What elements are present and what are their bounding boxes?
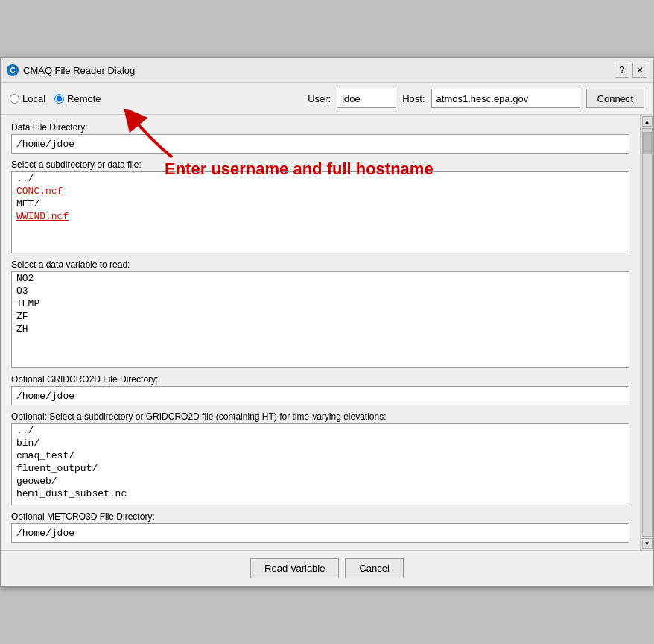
metcro-section: Optional METCRO3D File Directory:: [11, 511, 629, 543]
content-area: Enter username and full hostname Data Fi…: [1, 115, 640, 550]
app-icon: C: [7, 64, 19, 76]
list-item[interactable]: WWIND.ncf: [12, 210, 629, 223]
list-item[interactable]: hemi_dust_subset.nc: [12, 487, 629, 500]
metcro-label: Optional METCRO3D File Directory:: [11, 511, 629, 522]
title-bar-controls: ? ✕: [615, 63, 647, 78]
scroll-up-button[interactable]: ▲: [642, 116, 653, 127]
read-variable-button[interactable]: Read Variable: [250, 558, 339, 578]
list-item[interactable]: ../: [12, 424, 629, 437]
main-scrollbar[interactable]: ▲ ▼: [640, 115, 653, 550]
list-item[interactable]: geoweb/: [12, 475, 629, 487]
subdir-section: Select a subdirectory or data file: ../ …: [11, 160, 629, 253]
var-list[interactable]: NO2 O3 TEMP ZF ZH: [11, 271, 629, 368]
var-section: Select a data variable to read: NO2 O3 T…: [11, 259, 629, 368]
scroll-thumb[interactable]: [643, 132, 652, 154]
footer: Read Variable Cancel: [1, 550, 653, 586]
var-label: Select a data variable to read:: [11, 259, 629, 270]
metcro-dir-input[interactable]: [11, 523, 629, 543]
list-item[interactable]: CONC.ncf: [12, 185, 629, 198]
title-bar-left: C CMAQ File Reader Dialog: [7, 64, 135, 76]
close-button[interactable]: ✕: [632, 63, 647, 78]
data-dir-label: Data File Directory:: [11, 122, 629, 133]
user-label: User:: [308, 93, 331, 104]
host-input[interactable]: [431, 89, 580, 108]
list-item[interactable]: ../: [12, 172, 629, 185]
list-item[interactable]: NO2: [12, 272, 629, 285]
local-radio[interactable]: [10, 94, 19, 104]
connection-type-group: Local Remote: [10, 93, 101, 104]
connection-fields: User: Host: Connect: [308, 89, 644, 108]
scroll-track[interactable]: [642, 128, 653, 537]
list-item[interactable]: O3: [12, 285, 629, 297]
list-item[interactable]: cmaq_test/: [12, 449, 629, 462]
main-window: C CMAQ File Reader Dialog ? ✕ Local Remo…: [0, 57, 654, 587]
gridcro-subdir-list[interactable]: ../ bin/ cmaq_test/ fluent_output/ geowe…: [11, 423, 629, 505]
toolbar: Local Remote User: Host: Connect: [1, 83, 653, 115]
host-label: Host:: [402, 93, 425, 104]
remote-label: Remote: [67, 93, 101, 104]
gridcro-subdir-label: Optional: Select a subdirectory or GRIDC…: [11, 411, 629, 422]
data-dir-section: Data File Directory:: [11, 122, 629, 154]
list-item[interactable]: ZH: [12, 323, 629, 335]
list-item[interactable]: bin/: [12, 437, 629, 449]
list-item[interactable]: MET/: [12, 198, 629, 210]
gridcro-label: Optional GRIDCRO2D File Directory:: [11, 374, 629, 385]
user-input[interactable]: [337, 89, 396, 108]
help-button[interactable]: ?: [615, 63, 629, 78]
title-bar: C CMAQ File Reader Dialog ? ✕: [1, 58, 653, 83]
list-item[interactable]: fluent_output/: [12, 462, 629, 475]
cancel-button[interactable]: Cancel: [345, 558, 403, 578]
remote-radio[interactable]: [54, 94, 64, 104]
list-item[interactable]: ZF: [12, 310, 629, 323]
window-title: CMAQ File Reader Dialog: [23, 65, 135, 76]
gridcro-dir-input[interactable]: [11, 386, 629, 405]
local-label: Local: [22, 93, 45, 104]
remote-radio-item[interactable]: Remote: [54, 93, 101, 104]
gridcro-section: Optional GRIDCRO2D File Directory:: [11, 374, 629, 405]
local-radio-item[interactable]: Local: [10, 93, 45, 104]
main-content: Enter username and full hostname Data Fi…: [1, 115, 653, 550]
scroll-down-button[interactable]: ▼: [642, 538, 653, 549]
connect-button[interactable]: Connect: [586, 89, 644, 108]
gridcro-subdir-section: Optional: Select a subdirectory or GRIDC…: [11, 411, 629, 505]
file-list[interactable]: ../ CONC.ncf MET/ WWIND.ncf: [11, 171, 629, 253]
list-item[interactable]: TEMP: [12, 297, 629, 310]
data-dir-input[interactable]: [11, 134, 629, 154]
subdir-label: Select a subdirectory or data file:: [11, 160, 629, 170]
